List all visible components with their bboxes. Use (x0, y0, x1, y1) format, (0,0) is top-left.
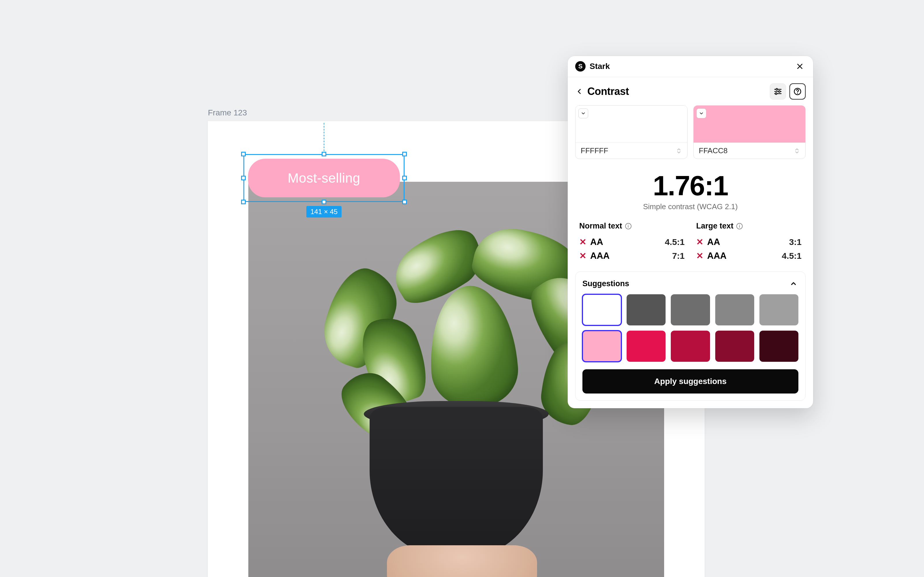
resize-handle-bc[interactable] (321, 200, 326, 204)
chevron-down-icon (581, 111, 586, 116)
suggestion-foreground-swatch-0[interactable] (582, 294, 621, 326)
foreground-hex-value: FFFFFF (581, 146, 676, 155)
criteria-required: 3:1 (789, 237, 801, 247)
back-button[interactable] (575, 86, 584, 97)
wcag-criteria: Normal text i ✕ AA 4.5:1 ✕ AAA 7:1 Large… (568, 214, 813, 266)
suggestions-title: Suggestions (582, 279, 788, 288)
suggestion-background-swatch-0[interactable] (582, 330, 621, 362)
criteria-level: AA (590, 237, 665, 247)
foreground-swatch[interactable] (575, 106, 687, 142)
svg-point-1 (776, 89, 778, 90)
background-color-card[interactable]: FFACC8 (693, 105, 806, 159)
chevron-up-icon (790, 280, 797, 287)
spacing-guide (324, 123, 324, 154)
background-picker-toggle[interactable] (696, 108, 706, 118)
criteria-row: ✕ AA 3:1 (696, 235, 801, 249)
contrast-ratio-subtitle: Simple contrast (WCAG 2.1) (568, 202, 813, 211)
fail-icon: ✕ (579, 238, 588, 247)
fail-icon: ✕ (579, 251, 588, 260)
foreground-picker-toggle[interactable] (578, 108, 588, 118)
suggestion-background-swatch-3[interactable] (715, 330, 754, 362)
fail-icon: ✕ (696, 238, 706, 247)
resize-handle-br[interactable] (402, 200, 407, 204)
close-icon (796, 63, 804, 70)
background-swatch[interactable] (694, 106, 805, 142)
resize-handle-tl[interactable] (241, 152, 246, 156)
selection-outline (244, 154, 405, 202)
foreground-suggestion-row (582, 294, 798, 326)
panel-app-name: Stark (590, 62, 794, 71)
background-suggestion-row (582, 330, 798, 362)
close-button[interactable] (794, 61, 806, 72)
panel-titlebar: S Stark (568, 56, 813, 77)
contrast-ratio-value: 1.76:1 (568, 170, 813, 201)
resize-handle-bl[interactable] (241, 200, 246, 204)
criteria-title-large: Large text i (696, 222, 801, 230)
svg-point-3 (779, 90, 780, 92)
resize-handle-mr[interactable] (402, 176, 407, 180)
stepper-icon (676, 147, 682, 155)
suggestion-background-swatch-2[interactable] (671, 330, 710, 362)
chevron-down-icon (699, 111, 704, 116)
background-hex-value: FFACC8 (699, 146, 794, 155)
info-icon[interactable]: i (736, 223, 743, 229)
suggestion-foreground-swatch-4[interactable] (759, 294, 798, 326)
suggestion-foreground-swatch-3[interactable] (715, 294, 754, 326)
criteria-title-normal: Normal text i (579, 222, 685, 230)
contrast-ratio-block: 1.76:1 Simple contrast (WCAG 2.1) (568, 161, 813, 214)
selection-bounds[interactable]: Most-selling 141 × 45 (244, 154, 405, 202)
help-icon (793, 87, 802, 96)
criteria-normal-text: Normal text i ✕ AA 4.5:1 ✕ AAA 7:1 (579, 222, 685, 263)
suggestion-foreground-swatch-2[interactable] (671, 294, 710, 326)
resize-handle-ml[interactable] (241, 176, 246, 180)
apply-suggestions-button[interactable]: Apply suggestions (582, 369, 798, 393)
suggestions-section: Suggestions Apply suggestions (575, 271, 806, 401)
stark-panel: S Stark Contrast (568, 56, 813, 408)
hand (387, 545, 537, 577)
sliders-icon (774, 87, 782, 96)
color-pair: FFFFFF FFACC8 (568, 105, 813, 161)
info-icon[interactable]: i (625, 223, 632, 229)
plant-pot (370, 407, 543, 557)
frame-label: Frame 123 (208, 108, 247, 118)
background-hex-field[interactable]: FFACC8 (694, 142, 805, 159)
settings-button[interactable] (770, 83, 786, 100)
chevron-left-icon (576, 87, 583, 96)
help-button[interactable] (790, 83, 806, 100)
svg-point-5 (775, 93, 777, 95)
criteria-level: AA (707, 237, 789, 247)
foreground-hex-field[interactable]: FFFFFF (575, 142, 687, 159)
resize-handle-tc[interactable] (321, 152, 326, 156)
panel-header: Contrast (568, 77, 813, 105)
svg-point-7 (797, 93, 798, 94)
suggestion-foreground-swatch-1[interactable] (627, 294, 666, 326)
criteria-level: AAA (707, 251, 782, 261)
criteria-row: ✕ AAA 7:1 (579, 249, 685, 263)
fail-icon: ✕ (696, 251, 706, 260)
suggestions-collapse-toggle[interactable] (788, 279, 798, 288)
stark-logo-icon: S (575, 61, 586, 71)
selection-dimensions-badge: 141 × 45 (306, 206, 342, 218)
criteria-title-label: Normal text (579, 222, 622, 230)
criteria-row: ✕ AAA 4.5:1 (696, 249, 801, 263)
criteria-large-text: Large text i ✕ AA 3:1 ✕ AAA 4.5:1 (696, 222, 801, 263)
criteria-level: AAA (590, 251, 672, 261)
criteria-required: 4.5:1 (665, 237, 685, 247)
criteria-title-label: Large text (696, 222, 733, 230)
suggestion-background-swatch-4[interactable] (759, 330, 798, 362)
criteria-required: 4.5:1 (782, 251, 801, 261)
foreground-color-card[interactable]: FFFFFF (575, 105, 688, 159)
criteria-row: ✕ AA 4.5:1 (579, 235, 685, 249)
criteria-required: 7:1 (672, 251, 685, 261)
suggestion-background-swatch-1[interactable] (627, 330, 666, 362)
panel-heading: Contrast (587, 85, 766, 98)
suggestions-header[interactable]: Suggestions (582, 279, 798, 288)
resize-handle-tr[interactable] (402, 152, 407, 156)
stepper-icon (794, 147, 800, 155)
